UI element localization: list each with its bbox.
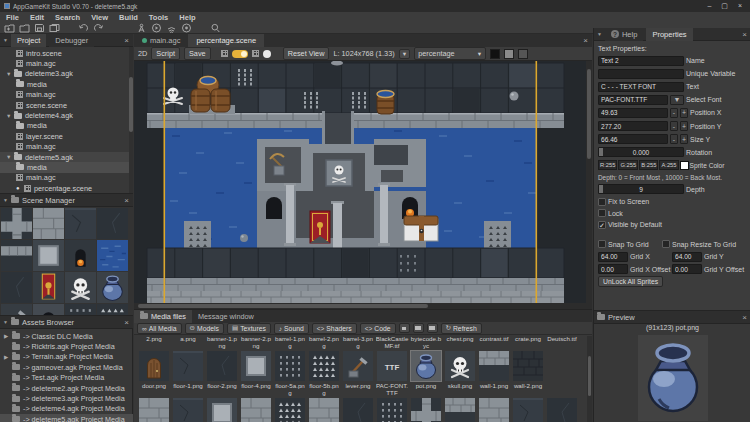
save-icon[interactable] <box>34 23 45 33</box>
asset-item[interactable]: ▶-> Terrain.agk Project Media <box>0 352 133 362</box>
close-icon[interactable]: × <box>583 36 592 45</box>
media-thumbnail[interactable] <box>173 351 203 381</box>
media-item-door-png[interactable]: door.png <box>137 350 171 397</box>
reset-view-button[interactable]: Reset View <box>283 47 330 60</box>
media-scrollbar[interactable] <box>587 336 592 422</box>
media-thumbnail[interactable] <box>479 398 509 422</box>
media-thumbnail[interactable] <box>275 398 305 422</box>
close-icon[interactable]: × <box>124 318 130 327</box>
media-item-PAC-FONT-TTF[interactable]: TTFPAC-FONT.TTF <box>375 350 409 397</box>
media-item[interactable] <box>511 397 545 422</box>
asset-item[interactable]: -> Ricktris.agk Project Media <box>0 341 133 351</box>
scene-select-dropdown[interactable]: percentage▼ <box>414 47 486 60</box>
asset-item[interactable]: ▶-> Classic DLC Media <box>0 331 133 341</box>
tree-item-main-agc[interactable]: main.agc <box>0 90 133 100</box>
palette-tile-slate[interactable] <box>65 208 96 239</box>
media-thumbnail[interactable] <box>241 351 271 381</box>
fix-to-screen-checkbox[interactable] <box>598 198 606 206</box>
palette-tile-banner[interactable] <box>33 272 64 303</box>
media-item-floor-4-png[interactable]: floor-4.png <box>239 350 273 397</box>
tree-item-scene-scene[interactable]: scene.scene <box>0 100 133 110</box>
media-item[interactable] <box>171 397 205 422</box>
save-button[interactable]: Save <box>184 47 211 60</box>
media-item[interactable]: contrast.ttf <box>477 335 511 350</box>
color-swatch-gray[interactable] <box>504 49 514 59</box>
close-icon[interactable]: × <box>742 30 748 39</box>
filter-code[interactable]: <>Code <box>360 323 396 334</box>
media-item[interactable]: banner-1.png <box>205 335 239 350</box>
grid-y-offset-field[interactable] <box>672 264 702 274</box>
expand-arrow-icon[interactable]: ▶ <box>4 354 9 360</box>
tree-item-main-agc[interactable]: main.agc <box>0 142 133 152</box>
tree-item-media[interactable]: media <box>0 79 133 89</box>
menu-tools[interactable]: Tools <box>149 13 168 22</box>
maximize-button[interactable]: ▢ <box>721 2 728 10</box>
media-item[interactable] <box>307 397 341 422</box>
color-r[interactable]: R:255 <box>598 160 617 170</box>
palette-tile-cobble[interactable] <box>33 208 64 239</box>
media-item[interactable]: barrel-3.png <box>341 335 375 350</box>
tree-item-media[interactable]: media <box>0 162 133 172</box>
tree-item-percentage-scene[interactable]: ●percentage.scene <box>0 183 133 193</box>
palette-tile-archfire[interactable] <box>65 240 96 271</box>
media-thumbnail[interactable] <box>207 351 237 381</box>
menu-view[interactable]: View <box>91 13 108 22</box>
media-item[interactable] <box>409 397 443 422</box>
media-thumbnail[interactable] <box>139 398 169 422</box>
snap-toggle[interactable] <box>232 50 248 58</box>
media-thumbnail[interactable]: TTF <box>377 351 407 381</box>
media-thumbnail[interactable] <box>479 351 509 381</box>
palette-tile-panel[interactable] <box>33 240 64 271</box>
resolution-dropdown[interactable]: ▼ <box>399 49 410 59</box>
grid-y-field[interactable] <box>672 252 702 262</box>
media-item[interactable] <box>375 397 409 422</box>
broadcast-icon[interactable] <box>166 23 177 33</box>
media-thumbnail[interactable] <box>139 351 169 381</box>
tab-percentage-scene[interactable]: percentage.scene <box>188 34 264 47</box>
tree-item-intro-scene[interactable]: intro.scene <box>0 48 133 58</box>
grid-x-field[interactable] <box>598 252 628 262</box>
tree-item-main-agc[interactable]: main.agc <box>0 58 133 68</box>
media-item[interactable]: barrel-1.png <box>273 335 307 350</box>
media-thumbnail[interactable] <box>309 398 339 422</box>
grid-x-offset-field[interactable] <box>598 264 628 274</box>
visible-by-default-checkbox[interactable]: ✓ <box>598 221 606 229</box>
media-thumbnail[interactable] <box>445 351 475 381</box>
expand-arrow-icon[interactable]: ▼ <box>6 113 11 119</box>
asset-item[interactable]: -> deleteme4.agk Project Media <box>0 404 133 414</box>
tab-media-files[interactable]: Media files <box>134 310 192 323</box>
position-x-field[interactable] <box>598 108 668 118</box>
media-thumbnail[interactable] <box>513 398 543 422</box>
tree-item-media[interactable]: media <box>0 121 133 131</box>
media-item[interactable] <box>205 397 239 422</box>
close-icon[interactable]: × <box>742 313 748 322</box>
depth-slider[interactable]: 9 <box>598 184 684 194</box>
close-icon[interactable]: × <box>124 196 130 205</box>
tree-item-deleteme5-agk[interactable]: ▼deleteme5.agk <box>0 152 133 162</box>
run-icon[interactable] <box>151 23 162 33</box>
palette-tile-water[interactable] <box>97 240 128 271</box>
mode-2d-label[interactable]: 2D <box>138 49 147 58</box>
media-item-floor-2-png[interactable]: floor-2.png <box>205 350 239 397</box>
filter-shaders[interactable]: <>Shaders <box>312 323 357 334</box>
project-tree-scrollbar[interactable] <box>129 47 133 193</box>
unlock-all-sprites-button[interactable]: UnLock All Sprites <box>598 276 663 287</box>
palette-tile-path[interactable] <box>1 208 32 239</box>
minimize-button[interactable]: – <box>707 2 711 10</box>
asset-item[interactable]: -> Test.agk Project Media <box>0 373 133 383</box>
new-project-icon[interactable] <box>4 23 15 33</box>
open-project-icon[interactable] <box>19 23 30 33</box>
media-item[interactable]: 2.png <box>137 335 171 350</box>
media-item[interactable]: a.png <box>171 335 205 350</box>
expand-arrow-icon[interactable]: ▶ <box>4 333 9 339</box>
asset-item[interactable]: -> deleteme5.agk Project Media <box>0 414 133 422</box>
thumb-size-button-3[interactable] <box>427 323 438 333</box>
media-item-floor-1-png[interactable]: floor-1.png <box>171 350 205 397</box>
tree-item-main-agc[interactable]: main.agc <box>0 173 133 183</box>
media-thumbnail[interactable] <box>445 398 475 422</box>
palette-tile-slate2[interactable] <box>97 208 128 239</box>
media-item[interactable] <box>341 397 375 422</box>
lock-checkbox[interactable] <box>598 209 606 217</box>
position-y-field[interactable] <box>598 121 668 131</box>
panel-menu-icon[interactable]: ▼ <box>597 31 602 37</box>
